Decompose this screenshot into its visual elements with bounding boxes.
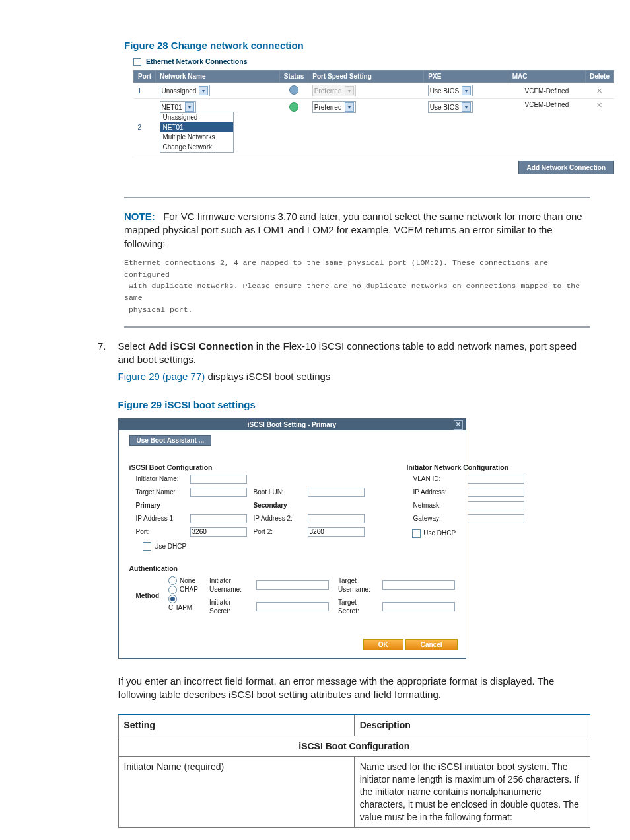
port-cell: 1 bbox=[134, 83, 156, 99]
label-vlan: VLAN ID: bbox=[413, 475, 464, 484]
delete-icon[interactable]: ✕ bbox=[596, 101, 602, 109]
label-target-username: Target Username: bbox=[338, 576, 378, 594]
vlan-id-field[interactable] bbox=[468, 475, 524, 484]
label-port2: Port 2: bbox=[254, 527, 304, 537]
pxe-select[interactable]: Use BIOS ▾ bbox=[428, 85, 473, 96]
spec-row-setting: Initiator Name (required) bbox=[118, 757, 354, 827]
radio-none[interactable] bbox=[168, 576, 177, 585]
figure28-title: Figure 28 Change network connection bbox=[124, 40, 590, 51]
label-ipaddr: IP Address: bbox=[413, 488, 464, 497]
port-cell: 2 bbox=[134, 99, 156, 155]
netmask-field[interactable] bbox=[468, 501, 524, 510]
paragraph-after-figure29: If you enter an incorrect field format, … bbox=[118, 675, 590, 702]
table-row: 2 NET01 ▾ Unassigned NET01 Multiple Netw… bbox=[134, 99, 614, 155]
initiator-secret-field[interactable] bbox=[256, 602, 329, 611]
close-icon[interactable]: ✕ bbox=[454, 420, 463, 430]
use-dhcp-checkbox-2[interactable] bbox=[412, 529, 421, 538]
status-unknown-icon bbox=[289, 85, 298, 95]
initiator-username-field[interactable] bbox=[256, 580, 329, 590]
note-block: NOTE: For VC firmware versions 3.70 and … bbox=[124, 197, 590, 328]
use-dhcp-checkbox[interactable] bbox=[143, 542, 151, 551]
port-field[interactable] bbox=[190, 527, 247, 537]
status-ok-icon bbox=[289, 102, 298, 112]
col-net: Network Name bbox=[156, 71, 280, 83]
radio-label-none: None bbox=[180, 577, 195, 584]
speed-select-value: Preferred bbox=[314, 104, 342, 111]
col-port: Port bbox=[134, 71, 156, 83]
radio-chap[interactable] bbox=[168, 586, 177, 594]
label-secondary: Secondary bbox=[254, 501, 304, 510]
chevron-down-icon: ▾ bbox=[199, 86, 208, 95]
speed-select[interactable]: Preferred ▾ bbox=[312, 101, 356, 113]
label-netmask: Netmask: bbox=[413, 501, 464, 510]
initiator-network-config-heading: Initiator Network Configuration bbox=[407, 463, 526, 472]
step-link-post: displays iSCSI boot settings bbox=[205, 371, 330, 382]
col-pxe: PXE bbox=[424, 71, 508, 83]
ip-address-2-field[interactable] bbox=[308, 514, 365, 523]
delete-icon[interactable]: ✕ bbox=[596, 87, 602, 95]
cancel-button[interactable]: Cancel bbox=[405, 639, 458, 650]
radio-chapm[interactable] bbox=[168, 595, 177, 603]
label-initiator-name: Initiator Name: bbox=[136, 475, 186, 484]
label-target-name: Target Name: bbox=[136, 488, 186, 497]
dropdown-option[interactable]: Change Network bbox=[160, 142, 233, 152]
network-select[interactable]: Unassigned ▾ bbox=[160, 85, 211, 96]
spec-row-description: Name used for the iSCSI initiator boot s… bbox=[354, 757, 590, 827]
figure29-title: Figure 29 iSCSI boot settings bbox=[118, 399, 590, 412]
label-ip1: IP Address 1: bbox=[136, 514, 186, 523]
initiator-name-field[interactable] bbox=[190, 475, 247, 484]
radio-label-chapm: CHAPM bbox=[168, 604, 192, 611]
ok-button[interactable]: OK bbox=[363, 639, 403, 650]
collapse-icon[interactable]: − bbox=[133, 58, 141, 66]
network-select[interactable]: NET01 ▾ bbox=[160, 101, 196, 113]
dropdown-option[interactable]: Multiple Networks bbox=[160, 132, 233, 142]
chevron-down-icon: ▾ bbox=[345, 102, 354, 112]
col-mac: MAC bbox=[508, 71, 585, 83]
label-use-dhcp: Use DHCP bbox=[154, 543, 186, 550]
boot-lun-field[interactable] bbox=[308, 488, 365, 497]
col-speed: Port Speed Setting bbox=[308, 71, 424, 83]
port-2-field[interactable] bbox=[308, 527, 365, 537]
col-status: Status bbox=[279, 71, 308, 83]
method-label: Method bbox=[136, 592, 160, 599]
gateway-field[interactable] bbox=[468, 514, 524, 523]
figure29-link[interactable]: Figure 29 (page 77) bbox=[118, 371, 205, 382]
target-name-field[interactable] bbox=[190, 488, 247, 497]
speed-select: Preferred ▾ bbox=[312, 85, 356, 96]
label-boot-lun: Boot LUN: bbox=[254, 488, 304, 497]
iscsi-boot-dialog: iSCSI Boot Setting - Primary ✕ Use Boot … bbox=[118, 418, 466, 659]
dropdown-option[interactable]: Unassigned bbox=[160, 112, 233, 122]
add-network-connection-button[interactable]: Add Network Connection bbox=[518, 161, 614, 174]
iscsi-spec-table: Setting Description iSCSI Boot Configura… bbox=[118, 714, 590, 828]
dropdown-option[interactable]: NET01 bbox=[160, 122, 233, 132]
step-text-pre: Select bbox=[118, 340, 149, 352]
target-secret-field[interactable] bbox=[382, 602, 455, 611]
label-use-dhcp-2: Use DHCP bbox=[423, 529, 456, 537]
iscsi-boot-config-heading: iSCSI Boot Configuration bbox=[129, 463, 367, 472]
label-initiator-username: Initiator Username: bbox=[209, 576, 252, 594]
chevron-down-icon: ▾ bbox=[185, 102, 194, 112]
chevron-down-icon: ▾ bbox=[345, 86, 354, 95]
target-username-field[interactable] bbox=[382, 580, 455, 590]
mac-cell: VCEM-Defined bbox=[508, 83, 585, 99]
network-select-value: Unassigned bbox=[162, 87, 197, 95]
label-ip2: IP Address 2: bbox=[254, 514, 304, 523]
figure28: − Ethernet Network Connections Port Netw… bbox=[133, 57, 590, 174]
pxe-select[interactable]: Use BIOS ▾ bbox=[428, 101, 473, 113]
label-gateway: Gateway: bbox=[413, 514, 464, 523]
note-label: NOTE: bbox=[124, 211, 155, 222]
use-boot-assistant-button[interactable]: Use Boot Assistant ... bbox=[129, 435, 211, 446]
speed-select-value: Preferred bbox=[314, 87, 342, 95]
label-primary: Primary bbox=[136, 501, 186, 510]
spec-section: iSCSI Boot Configuration bbox=[118, 736, 590, 757]
col-delete: Delete bbox=[585, 71, 613, 83]
step-7: 7. Select Add iSCSI Connection in the Fl… bbox=[124, 340, 590, 828]
spec-col-setting: Setting bbox=[118, 714, 354, 736]
network-dropdown[interactable]: Unassigned NET01 Multiple Networks Chang… bbox=[160, 112, 234, 153]
step-text-bold: Add iSCSI Connection bbox=[148, 340, 253, 352]
label-target-secret: Target Secret: bbox=[338, 598, 378, 616]
ip-address-1-field[interactable] bbox=[190, 514, 247, 523]
ip-address-field[interactable] bbox=[468, 488, 524, 497]
authentication-heading: Authentication bbox=[129, 564, 455, 573]
label-initiator-secret: Initiator Secret: bbox=[209, 598, 252, 616]
